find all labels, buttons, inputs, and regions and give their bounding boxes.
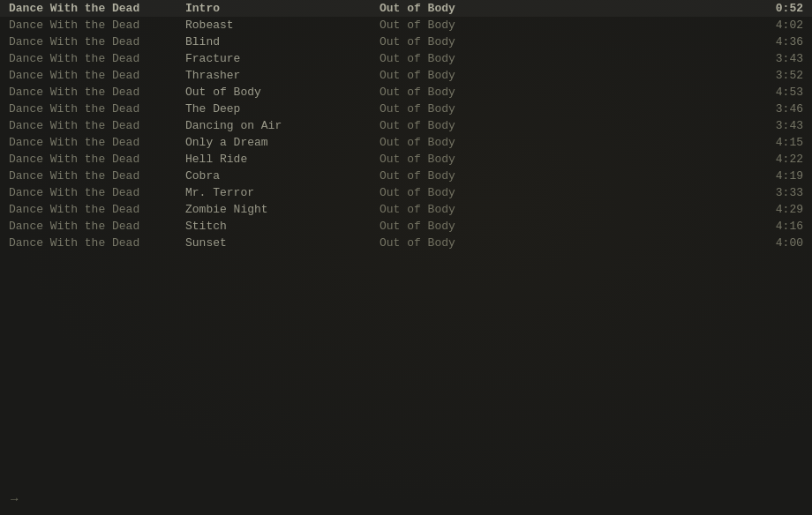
track-title: Only a Dream <box>185 136 380 149</box>
track-title: Sunset <box>185 236 380 250</box>
track-title: The Deep <box>185 102 380 116</box>
track-title: Zombie Night <box>185 203 380 216</box>
track-title: Intro <box>185 2 380 15</box>
track-title: Fracture <box>185 52 380 65</box>
track-album: Out of Body <box>380 102 750 116</box>
track-album: Out of Body <box>380 69 750 82</box>
track-row[interactable]: Dance With the DeadBlindOut of Body4:36 <box>0 34 812 50</box>
track-duration: 3:52 <box>750 69 803 82</box>
track-artist: Dance With the Dead <box>9 102 185 116</box>
track-title: Robeast <box>185 19 380 32</box>
track-artist: Dance With the Dead <box>9 52 185 65</box>
track-duration: 4:19 <box>750 169 803 183</box>
track-artist: Dance With the Dead <box>9 86 185 99</box>
track-row[interactable]: Dance With the DeadZombie NightOut of Bo… <box>0 201 812 218</box>
track-album: Out of Body <box>380 136 750 149</box>
track-album: Out of Body <box>380 220 750 233</box>
track-album: Out of Body <box>380 203 750 216</box>
track-artist: Dance With the Dead <box>9 169 185 183</box>
track-album: Out of Body <box>380 86 750 99</box>
track-row[interactable]: Dance With the DeadOnly a DreamOut of Bo… <box>0 134 812 151</box>
track-duration: 4:22 <box>750 153 803 166</box>
track-row[interactable]: Dance With the DeadThe DeepOut of Body3:… <box>0 101 812 117</box>
track-artist: Dance With the Dead <box>9 153 185 166</box>
track-artist: Dance With the Dead <box>9 35 185 49</box>
track-artist: Dance With the Dead <box>9 2 185 15</box>
track-title: Cobra <box>185 169 380 183</box>
track-row[interactable]: Dance With the DeadFractureOut of Body3:… <box>0 50 812 67</box>
track-album: Out of Body <box>380 236 750 250</box>
track-album: Out of Body <box>380 52 750 65</box>
track-title: Blind <box>185 35 380 49</box>
track-duration: 4:16 <box>750 220 803 233</box>
track-duration: 4:02 <box>750 19 803 32</box>
track-album: Out of Body <box>380 153 750 166</box>
track-duration: 4:15 <box>750 136 803 149</box>
track-duration: 0:52 <box>750 2 803 15</box>
track-artist: Dance With the Dead <box>9 19 185 32</box>
track-duration: 3:33 <box>750 186 803 199</box>
track-artist: Dance With the Dead <box>9 220 185 233</box>
track-artist: Dance With the Dead <box>9 203 185 216</box>
track-title: Hell Ride <box>185 153 380 166</box>
track-artist: Dance With the Dead <box>9 136 185 149</box>
track-duration: 4:53 <box>750 86 803 99</box>
track-row[interactable]: Dance With the DeadThrasherOut of Body3:… <box>0 67 812 84</box>
track-row[interactable]: Dance With the DeadSunsetOut of Body4:00 <box>0 235 812 251</box>
track-row[interactable]: Dance With the DeadStitchOut of Body4:16 <box>0 218 812 235</box>
track-row[interactable]: Dance With the DeadMr. TerrorOut of Body… <box>0 184 812 201</box>
track-row[interactable]: Dance With the DeadDancing on AirOut of … <box>0 117 812 134</box>
track-duration: 3:43 <box>750 52 803 65</box>
track-duration: 3:46 <box>750 102 803 116</box>
track-title: Out of Body <box>185 86 380 99</box>
track-row[interactable]: Dance With the DeadRobeastOut of Body4:0… <box>0 17 812 34</box>
track-album: Out of Body <box>380 2 750 15</box>
track-artist: Dance With the Dead <box>9 69 185 82</box>
track-title: Mr. Terror <box>185 186 380 199</box>
track-album: Out of Body <box>380 119 750 132</box>
track-duration: 4:36 <box>750 35 803 49</box>
track-album: Out of Body <box>380 19 750 32</box>
track-artist: Dance With the Dead <box>9 119 185 132</box>
track-artist: Dance With the Dead <box>9 236 185 250</box>
track-artist: Dance With the Dead <box>9 186 185 199</box>
track-duration: 4:00 <box>750 236 803 250</box>
track-title: Thrasher <box>185 69 380 82</box>
track-album: Out of Body <box>380 169 750 183</box>
track-album: Out of Body <box>380 186 750 199</box>
track-row[interactable]: Dance With the DeadCobraOut of Body4:19 <box>0 168 812 184</box>
track-list: Dance With the DeadIntroOut of Body0:52D… <box>0 0 812 251</box>
track-row[interactable]: Dance With the DeadOut of BodyOut of Bod… <box>0 84 812 101</box>
scroll-arrow: → <box>11 492 18 506</box>
track-duration: 3:43 <box>750 119 803 132</box>
track-title: Stitch <box>185 220 380 233</box>
track-row[interactable]: Dance With the DeadHell RideOut of Body4… <box>0 151 812 168</box>
track-row[interactable]: Dance With the DeadIntroOut of Body0:52 <box>0 0 812 17</box>
track-duration: 4:29 <box>750 203 803 216</box>
track-title: Dancing on Air <box>185 119 380 132</box>
track-album: Out of Body <box>380 35 750 49</box>
